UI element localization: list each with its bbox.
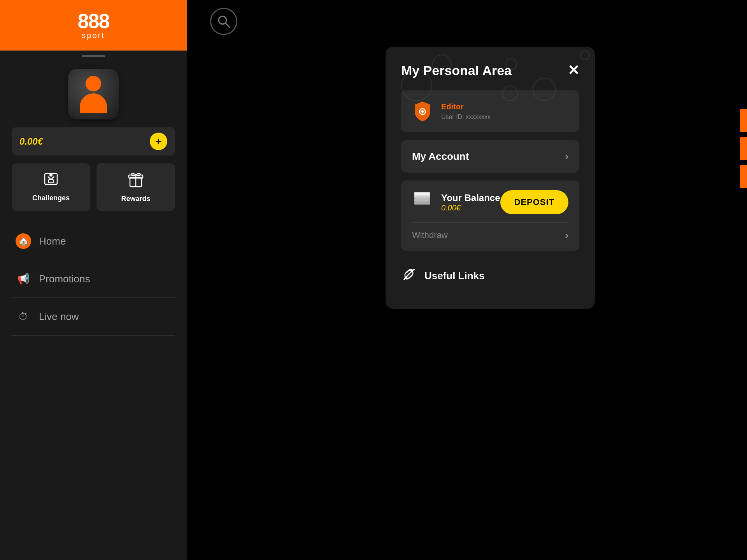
svg-rect-10 — [414, 201, 430, 205]
sidebar-header: 888 sport — [0, 0, 187, 51]
avatar-head — [86, 76, 101, 91]
svg-rect-11 — [414, 198, 430, 201]
promotions-icon: 📢 — [16, 271, 31, 287]
money-stack-icon — [412, 190, 433, 215]
sidebar-body: 0.00€ + Challenges — [0, 57, 187, 343]
logo-888: 888 — [78, 11, 109, 31]
withdraw-chevron-icon: › — [565, 229, 568, 242]
avatar — [68, 69, 119, 119]
sidebar-balance: 0.00€ — [19, 136, 43, 147]
sidebar-item-promotions[interactable]: 📢 Promotions — [12, 260, 175, 298]
svg-rect-14 — [415, 193, 429, 195]
quick-actions: Challenges Rewards — [12, 163, 175, 211]
balance-value: 0.00€ — [441, 203, 500, 212]
account-info: Editor User ID: xxxxxxxx — [441, 102, 491, 121]
strip-1 — [740, 109, 747, 132]
balance-label: Your Balance — [441, 192, 500, 203]
deposit-button[interactable]: DEPOSIT — [500, 190, 569, 214]
nav-home-label: Home — [39, 235, 66, 247]
search-button[interactable] — [210, 8, 237, 35]
balance-row: 0.00€ + — [12, 127, 175, 156]
my-account-label: My Account — [412, 150, 469, 163]
balance-left: Your Balance 0.00€ — [412, 190, 500, 215]
modal-title: My Personal Area — [401, 63, 512, 78]
svg-point-1 — [49, 173, 53, 177]
account-id: User ID: xxxxxxxx — [441, 114, 491, 121]
challenges-button[interactable]: Challenges — [12, 163, 90, 211]
strip-3 — [740, 165, 747, 188]
nav-promotions-label: Promotions — [39, 273, 90, 285]
rewards-button[interactable]: Rewards — [96, 163, 175, 211]
svg-line-7 — [226, 23, 230, 27]
logo-sport: sport — [82, 31, 105, 40]
sidebar-item-live-now[interactable]: ⏱ Live now — [12, 298, 175, 336]
modal-close-button[interactable]: ✕ — [568, 62, 579, 79]
main-area: My Personal Area ✕ Editor User ID: xxxxx… — [187, 0, 747, 560]
svg-line-15 — [407, 272, 411, 276]
right-strips — [740, 109, 747, 188]
balance-info: Your Balance 0.00€ — [441, 192, 500, 212]
challenges-icon — [43, 171, 59, 190]
challenges-label: Challenges — [32, 194, 70, 202]
strip-2 — [740, 137, 747, 160]
rewards-label: Rewards — [121, 195, 150, 203]
withdraw-row[interactable]: Withdraw › — [412, 222, 568, 242]
live-icon: ⏱ — [16, 309, 31, 324]
nav-live-label: Live now — [39, 311, 79, 323]
rewards-icon — [128, 171, 144, 191]
nav-list: 🏠 Home 📢 Promotions ⏱ Live now — [12, 222, 175, 336]
my-account-chevron-icon: › — [565, 150, 568, 163]
personal-area-modal: My Personal Area ✕ Editor User ID: xxxxx… — [386, 47, 595, 309]
sidebar-item-home[interactable]: 🏠 Home — [12, 222, 175, 260]
useful-links-row[interactable]: Useful Links — [401, 259, 579, 293]
avatar-body — [80, 93, 107, 113]
account-card: Editor User ID: xxxxxxxx — [401, 90, 579, 132]
avatar-figure — [80, 76, 107, 113]
home-icon: 🏠 — [16, 233, 31, 249]
useful-links-label: Useful Links — [424, 270, 485, 282]
svg-point-9 — [421, 110, 424, 113]
add-balance-button[interactable]: + — [150, 133, 167, 150]
withdraw-label: Withdraw — [412, 230, 448, 240]
sidebar: 888 sport 0.00€ + — [0, 0, 187, 560]
link-chain-icon — [401, 266, 417, 285]
avatar-container — [12, 69, 175, 119]
balance-card: Your Balance 0.00€ DEPOSIT Withdraw › — [401, 180, 579, 251]
modal-header: My Personal Area ✕ — [401, 62, 579, 79]
my-account-row[interactable]: My Account › — [401, 140, 579, 173]
balance-card-top: Your Balance 0.00€ DEPOSIT — [412, 190, 568, 215]
shield-icon — [412, 100, 433, 123]
account-name: Editor — [441, 102, 491, 111]
